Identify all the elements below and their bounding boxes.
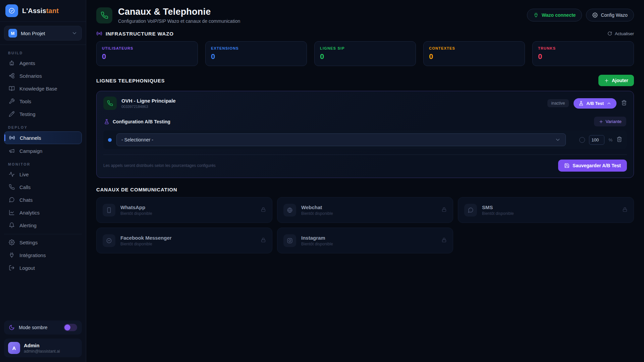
dark-mode-label: Mode sombre xyxy=(19,325,48,330)
sidebar: L'Assistant M Mon Projet BUILD Agents Sc… xyxy=(0,0,86,362)
sidebar-item-live[interactable]: Live xyxy=(4,168,82,180)
ab-test-button[interactable]: A/B Test xyxy=(574,98,616,109)
phone-icon xyxy=(101,11,108,19)
gear-icon xyxy=(592,12,598,18)
sidebar-item-integrations[interactable]: Intégrations xyxy=(4,249,82,261)
sidebar-item-channels[interactable]: Channels xyxy=(4,131,82,144)
channel-card-facebook-messenger: Facebook Messenger Bientôt disponible xyxy=(96,228,272,253)
stat-value: 0 xyxy=(429,52,519,61)
delete-variant-button[interactable] xyxy=(616,136,622,143)
infrastructure-section-head: INFRASTRUCTURE WAZO Actualiser xyxy=(96,31,634,37)
variant-radio[interactable] xyxy=(579,137,585,143)
user-email: admin@lassistant.ai xyxy=(24,349,60,354)
line-number: 0033972184863 xyxy=(121,105,176,109)
sidebar-item-analytics[interactable]: Analytics xyxy=(4,206,82,219)
line-phone-icon xyxy=(103,97,117,110)
add-variant-button[interactable]: Variante xyxy=(594,117,626,126)
activity-icon xyxy=(9,171,15,177)
instagram-icon xyxy=(283,234,296,247)
sidebar-item-campaign[interactable]: Campaign xyxy=(4,145,82,157)
sidebar-item-alerting[interactable]: Alerting xyxy=(4,219,82,231)
app-logo-row: L'Assistant xyxy=(0,0,86,22)
line-name: OVH - Ligne Principale xyxy=(121,98,176,104)
wazo-status-badge[interactable]: Wazo connecte xyxy=(527,9,582,21)
add-line-button[interactable]: Ajouter xyxy=(598,75,634,86)
workflow-icon xyxy=(9,73,15,79)
ab-footer: Les appels seront distribués selon les p… xyxy=(103,160,627,172)
stat-card-contextes: CONTEXTES 0 xyxy=(423,41,525,66)
main-content: Canaux & Telephonie Configuration VoIP/S… xyxy=(86,0,644,362)
stat-value: 0 xyxy=(538,52,628,61)
channel-status: Bientôt disponible xyxy=(301,242,333,246)
whatsapp-icon xyxy=(103,204,115,217)
variant-color-dot xyxy=(108,138,112,142)
page-subtitle: Configuration VoIP/SIP Wazo et canaux de… xyxy=(118,18,240,24)
sidebar-item-tools[interactable]: Tools xyxy=(4,95,82,107)
project-avatar: M xyxy=(8,29,17,38)
variant-row: - Selectionner - % xyxy=(103,130,627,149)
sidebar-item-calls[interactable]: Calls xyxy=(4,181,82,193)
chevron-down-icon xyxy=(71,30,77,36)
stat-label: CONTEXTES xyxy=(429,46,519,50)
stat-card-trunks: TRUNKS 0 xyxy=(532,41,634,66)
lines-title: LIGNES TELEPHONIQUES xyxy=(96,78,165,83)
stat-value: 0 xyxy=(320,52,410,61)
broadcast-icon xyxy=(9,135,15,141)
bot-icon xyxy=(9,60,15,66)
avatar: A xyxy=(8,342,20,354)
plus-icon xyxy=(599,119,603,124)
channel-status: Bientôt disponible xyxy=(120,211,152,216)
page-title: Canaux & Telephonie xyxy=(118,7,240,17)
channel-card-sms: SMS Bientôt disponible xyxy=(458,197,634,223)
sidebar-item-chats[interactable]: Chats xyxy=(4,194,82,206)
globe-icon xyxy=(283,204,296,217)
save-ab-test-button[interactable]: Sauvegarder A/B Test xyxy=(558,160,627,172)
messenger-icon xyxy=(103,234,115,247)
trash-icon xyxy=(616,136,622,142)
refresh-button[interactable]: Actualiser xyxy=(607,31,634,36)
sidebar-nav: BUILD Agents Scénarios Knowledge Base To… xyxy=(0,45,86,317)
wrench-icon xyxy=(9,98,15,104)
chat-bubble-icon xyxy=(9,197,15,203)
channel-card-whatsapp: WhatsApp Bientôt disponible xyxy=(96,197,272,223)
flask-icon xyxy=(579,101,584,106)
plug-icon xyxy=(533,12,539,18)
trash-icon xyxy=(621,100,627,106)
stat-card-lignes-sip: LIGNES SIP 0 xyxy=(314,41,416,66)
sidebar-item-agents[interactable]: Agents xyxy=(4,57,82,69)
dark-mode-toggle[interactable] xyxy=(64,324,77,331)
variant-select[interactable]: - Selectionner - xyxy=(116,133,566,146)
sidebar-item-scenarios[interactable]: Scénarios xyxy=(4,70,82,82)
percent-input[interactable] xyxy=(589,135,604,145)
nav-section-deploy: DEPLOY xyxy=(8,125,78,129)
project-selector[interactable]: M Mon Projet xyxy=(4,26,82,41)
ab-config-head: Configuration A/B Testing Variante xyxy=(104,117,626,126)
config-wazo-button[interactable]: Config Wazo xyxy=(586,9,634,21)
app-title: L'Assistant xyxy=(22,7,59,15)
stat-label: UTILISATEURS xyxy=(102,46,192,50)
refresh-icon xyxy=(607,31,612,36)
delete-line-button[interactable] xyxy=(621,100,627,107)
channel-card-webchat: Webchat Bientôt disponible xyxy=(277,197,453,223)
chevron-down-icon xyxy=(555,137,561,143)
phone-icon xyxy=(9,184,15,190)
lock-icon xyxy=(622,207,628,214)
plus-icon xyxy=(604,78,609,83)
stat-value: 0 xyxy=(102,52,192,61)
moon-icon xyxy=(9,324,15,330)
channel-name: WhatsApp xyxy=(120,204,152,210)
plug-icon xyxy=(9,252,15,258)
sidebar-item-settings[interactable]: Settings xyxy=(4,236,82,248)
flask-icon xyxy=(104,119,109,124)
sidebar-item-testing[interactable]: Testing xyxy=(4,108,82,120)
user-card[interactable]: A Admin admin@lassistant.ai xyxy=(4,339,82,357)
percent-sign: % xyxy=(608,137,612,142)
sidebar-item-knowledge-base[interactable]: Knowledge Base xyxy=(4,82,82,95)
lines-section-head: LIGNES TELEPHONIQUES Ajouter xyxy=(96,75,634,86)
nav-footer-group: Settings Intégrations Logout xyxy=(4,234,82,274)
channel-status: Bientôt disponible xyxy=(120,242,172,246)
check-circle-icon xyxy=(8,7,15,14)
page-header: Canaux & Telephonie Configuration VoIP/S… xyxy=(96,7,634,24)
book-icon xyxy=(9,85,15,92)
sidebar-item-logout[interactable]: Logout xyxy=(4,262,82,274)
